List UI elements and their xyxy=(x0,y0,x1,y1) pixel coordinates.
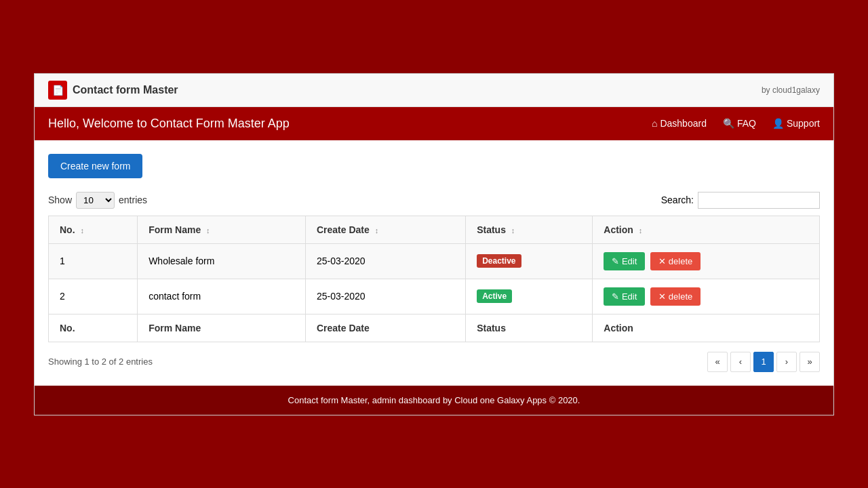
app-container: 📄 Contact form Master by cloud1galaxy He… xyxy=(34,73,834,415)
row1-action: ✎ Edit ✕ delete xyxy=(593,243,820,279)
nav-faq-label: FAQ xyxy=(737,118,756,129)
data-table: No. ↕ Form Name ↕ Create Date ↕ Status ↕ xyxy=(48,216,820,342)
search-label: Search: xyxy=(661,195,694,205)
sort-icon-no[interactable]: ↕ xyxy=(80,226,84,235)
page-1-btn[interactable]: 1 xyxy=(753,352,774,372)
col-create-date-label: Create Date xyxy=(317,224,370,235)
row1-form-name: Wholesale form xyxy=(138,243,306,279)
footer-no: No. xyxy=(49,314,138,342)
footer-status: Status xyxy=(466,314,593,342)
pagination-row: Showing 1 to 2 of 2 entries « ‹ 1 › » xyxy=(48,352,820,372)
row2-create-date: 25-03-2020 xyxy=(305,279,465,314)
search-input[interactable] xyxy=(698,192,820,209)
col-form-name: Form Name ↕ xyxy=(138,216,306,243)
nav-bar: Hello, Welcome to Contact Form Master Ap… xyxy=(35,107,833,140)
table-footer-row: No. Form Name Create Date Status Action xyxy=(49,314,820,342)
page-next-btn[interactable]: › xyxy=(776,352,797,372)
nav-dashboard-label: Dashboard xyxy=(660,118,707,129)
row2-form-name: contact form xyxy=(138,279,306,314)
home-icon: ⌂ xyxy=(652,118,657,129)
col-create-date: Create Date ↕ xyxy=(305,216,465,243)
header-logo: 📄 Contact form Master xyxy=(48,81,178,100)
entries-label: entries xyxy=(119,195,147,205)
show-label: Show xyxy=(48,195,72,205)
row1-no: 1 xyxy=(49,243,138,279)
footer: Contact form Master, admin dashboard by … xyxy=(35,386,833,415)
search-box: Search: xyxy=(661,192,820,209)
nav-welcome: Hello, Welcome to Contact Form Master Ap… xyxy=(48,117,290,131)
row1-create-date: 25-03-2020 xyxy=(305,243,465,279)
sort-icon-create-date[interactable]: ↕ xyxy=(375,226,379,235)
header-by: by cloud1galaxy xyxy=(762,85,820,95)
col-status: Status ↕ xyxy=(466,216,593,243)
col-action: Action ↕ xyxy=(593,216,820,243)
row2-status: Active xyxy=(466,279,593,314)
table-header-row: No. ↕ Form Name ↕ Create Date ↕ Status ↕ xyxy=(49,216,820,243)
show-entries: Show 10 25 50 100 entries xyxy=(48,192,147,209)
entries-select[interactable]: 10 25 50 100 xyxy=(76,192,115,209)
row2-action: ✎ Edit ✕ delete xyxy=(593,279,820,314)
footer-form-name: Form Name xyxy=(138,314,306,342)
status-badge-active: Active xyxy=(477,289,512,303)
edit-button-row1[interactable]: ✎ Edit xyxy=(604,252,645,270)
footer-text: Contact form Master, admin dashboard by … xyxy=(288,395,580,405)
delete-button-row2[interactable]: ✕ delete xyxy=(650,287,701,306)
page-prev-btn[interactable]: ‹ xyxy=(730,352,751,372)
sort-icon-form-name[interactable]: ↕ xyxy=(206,226,210,235)
nav-link-dashboard[interactable]: ⌂ Dashboard xyxy=(652,118,707,129)
status-badge-deactive: Deactive xyxy=(477,254,521,268)
table-row: 1 Wholesale form 25-03-2020 Deactive ✎ E… xyxy=(49,243,820,279)
col-action-label: Action xyxy=(604,224,633,235)
logo-symbol: 📄 xyxy=(52,85,64,96)
page-first-btn[interactable]: « xyxy=(707,352,728,372)
page-last-btn[interactable]: » xyxy=(800,352,820,372)
col-no-label: No. xyxy=(60,224,75,235)
col-form-name-label: Form Name xyxy=(149,224,201,235)
create-form-button[interactable]: Create new form xyxy=(48,154,142,178)
table-row: 2 contact form 25-03-2020 Active ✎ Edit … xyxy=(49,279,820,314)
table-controls: Show 10 25 50 100 entries Search: xyxy=(48,192,820,209)
row1-status: Deactive xyxy=(466,243,593,279)
delete-button-row1[interactable]: ✕ delete xyxy=(650,252,701,270)
content: Create new form Show 10 25 50 100 entrie… xyxy=(35,140,833,386)
nav-support-label: Support xyxy=(787,118,820,129)
header-bar: 📄 Contact form Master by cloud1galaxy xyxy=(35,74,833,107)
sort-icon-status[interactable]: ↕ xyxy=(511,226,515,235)
col-status-label: Status xyxy=(477,224,506,235)
header-title: Contact form Master xyxy=(73,84,178,96)
nav-links: ⌂ Dashboard 🔍 FAQ 👤 Support xyxy=(652,118,820,129)
faq-icon: 🔍 xyxy=(723,118,734,129)
support-icon: 👤 xyxy=(772,118,784,129)
edit-button-row2[interactable]: ✎ Edit xyxy=(604,287,645,306)
pagination: « ‹ 1 › » xyxy=(707,352,820,372)
footer-action: Action xyxy=(593,314,820,342)
sort-icon-action[interactable]: ↕ xyxy=(639,226,643,235)
showing-text: Showing 1 to 2 of 2 entries xyxy=(48,357,153,367)
logo-icon: 📄 xyxy=(48,81,67,100)
col-no: No. ↕ xyxy=(49,216,138,243)
nav-link-faq[interactable]: 🔍 FAQ xyxy=(723,118,756,129)
footer-create-date: Create Date xyxy=(305,314,465,342)
row2-no: 2 xyxy=(49,279,138,314)
nav-link-support[interactable]: 👤 Support xyxy=(772,118,820,129)
